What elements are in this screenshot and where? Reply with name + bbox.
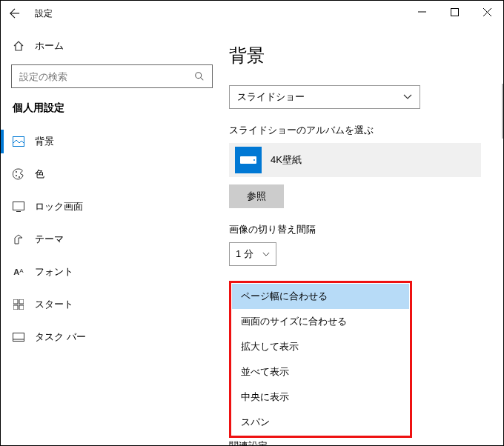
sidebar: ホーム 個人用設定 背景 色 — [1, 26, 223, 445]
svg-rect-8 — [13, 202, 24, 210]
interval-value: 1 分 — [236, 247, 253, 261]
taskbar-icon — [13, 333, 24, 342]
maximize-button[interactable] — [438, 1, 471, 23]
nav-label: 背景 — [35, 135, 54, 148]
back-button[interactable] — [4, 2, 26, 24]
sidebar-item-background[interactable]: 背景 — [1, 125, 223, 158]
fit-option[interactable]: 中央に表示 — [232, 385, 409, 410]
fit-option[interactable]: ページ幅に合わせる — [232, 284, 409, 309]
sidebar-item-colors[interactable]: 色 — [1, 158, 223, 190]
close-button[interactable] — [471, 1, 503, 23]
search-input[interactable] — [19, 71, 205, 82]
nav-label: テーマ — [35, 233, 64, 246]
home-icon — [13, 40, 24, 52]
sidebar-item-fonts[interactable]: AA フォント — [1, 256, 223, 288]
album-box[interactable]: 4K壁紙 — [229, 143, 481, 177]
svg-rect-14 — [13, 333, 24, 342]
svg-rect-13 — [19, 305, 24, 310]
font-icon: AA — [13, 267, 24, 276]
nav-label: ロック画面 — [35, 200, 83, 213]
nav-label: スタート — [35, 298, 73, 311]
fit-dropdown: ページ幅に合わせる 画面のサイズに合わせる 拡大して表示 並べて表示 中央に表示… — [229, 281, 412, 438]
svg-rect-10 — [13, 299, 18, 304]
home-label: ホーム — [35, 39, 64, 53]
chevron-down-icon — [403, 94, 412, 100]
browse-button[interactable]: 参照 — [229, 184, 284, 208]
background-type-select[interactable]: スライドショー — [229, 85, 420, 109]
select-value: スライドショー — [237, 90, 305, 104]
search-box[interactable] — [11, 64, 213, 88]
chevron-down-icon — [262, 252, 270, 257]
interval-select[interactable]: 1 分 — [229, 242, 276, 266]
svg-point-6 — [16, 175, 17, 176]
window-title: 設定 — [35, 7, 53, 20]
sidebar-item-start[interactable]: スタート — [1, 288, 223, 321]
section-title: 個人用設定 — [1, 101, 223, 125]
sidebar-item-lockscreen[interactable]: ロック画面 — [1, 190, 223, 223]
svg-rect-1 — [451, 8, 458, 16]
main-panel: 背景 スライドショー スライドショーのアルバムを選ぶ 4K壁紙 参照 — [223, 26, 503, 445]
fit-option[interactable]: 並べて表示 — [232, 359, 409, 385]
nav-label: フォント — [35, 265, 73, 279]
svg-rect-11 — [19, 299, 24, 304]
sidebar-item-themes[interactable]: テーマ — [1, 223, 223, 256]
minimize-button[interactable] — [405, 1, 438, 23]
page-heading: 背景 — [229, 44, 481, 67]
sidebar-item-taskbar[interactable]: タスク バー — [1, 321, 223, 353]
fit-option[interactable]: スパン — [232, 410, 409, 435]
svg-point-7 — [19, 176, 20, 178]
start-icon — [13, 299, 24, 310]
svg-point-2 — [196, 73, 202, 79]
search-icon — [194, 71, 205, 81]
picture-icon — [13, 136, 24, 147]
svg-line-3 — [201, 78, 204, 81]
nav-label: タスク バー — [35, 330, 86, 344]
titlebar: 設定 — [1, 1, 503, 26]
interval-label: 画像の切り替え間隔 — [229, 223, 481, 236]
related-settings: 関連設定 — [229, 439, 481, 445]
home-nav[interactable]: ホーム — [1, 33, 223, 59]
palette-icon — [13, 168, 24, 180]
album-name: 4K壁紙 — [271, 153, 302, 167]
theme-icon — [13, 233, 24, 245]
album-thumb — [235, 147, 262, 173]
svg-point-5 — [16, 171, 17, 173]
album-label: スライドショーのアルバムを選ぶ — [229, 124, 481, 137]
svg-rect-12 — [13, 305, 18, 310]
nav-label: 色 — [35, 167, 44, 181]
fit-option[interactable]: 画面のサイズに合わせる — [232, 309, 409, 334]
scrollbar[interactable] — [502, 84, 503, 139]
fit-option[interactable]: 拡大して表示 — [232, 334, 409, 359]
lockscreen-icon — [13, 202, 24, 212]
